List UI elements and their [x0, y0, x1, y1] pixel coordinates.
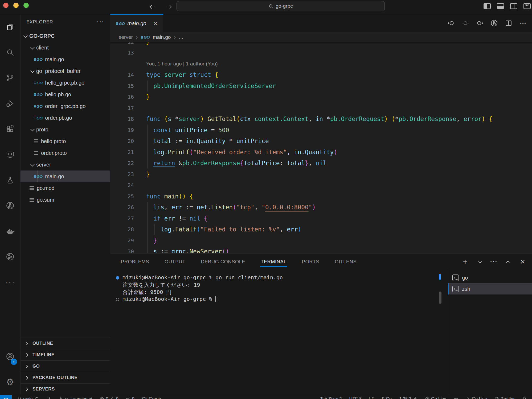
zoom-window-button[interactable]	[23, 3, 29, 8]
panel-tab-ports[interactable]: PORTS	[302, 255, 319, 269]
prettier[interactable]: Prettier	[494, 396, 515, 399]
terminal-scrollbar[interactable]	[439, 270, 448, 395]
activity-item-testing[interactable]	[0, 167, 20, 193]
tree-item-order-grpc-pb-go[interactable]: GOorder_grpc.pb.go	[21, 100, 110, 112]
encoding[interactable]: UTF-8	[349, 396, 362, 399]
tree-item-go-sum[interactable]: go.sum	[21, 194, 110, 206]
command-center-search[interactable]: go-grpc	[177, 1, 385, 11]
explorer-icon	[6, 23, 14, 31]
activity-item-more[interactable]: ···	[0, 269, 20, 295]
gitlens-knot[interactable]	[454, 397, 458, 399]
language-mode[interactable]: {} Go	[382, 396, 392, 399]
gitlens-graph-icon[interactable]	[490, 19, 498, 27]
breadcrumb-item[interactable]: server	[119, 34, 133, 40]
chevron-right-icon	[25, 365, 28, 368]
section-package-outline[interactable]: PACKAGE OUTLINE	[21, 372, 110, 383]
tree-item-proto[interactable]: proto	[21, 124, 110, 135]
activity-item-remote-explorer[interactable]	[0, 142, 20, 167]
launchpad[interactable]: Launchpad	[58, 396, 92, 399]
split-editor-icon[interactable]	[505, 19, 512, 27]
code-line: 30 s := grpc.NewServer()	[110, 246, 532, 253]
activity-item-gitlens[interactable]	[0, 193, 20, 218]
back-icon[interactable]	[148, 2, 157, 12]
panel-tab-output[interactable]: OUTPUT	[165, 255, 185, 269]
go-version[interactable]: 1.25.3	[399, 396, 418, 399]
broadcast-ports[interactable]: 0	[126, 396, 134, 399]
code-text: s := grpc.NewServer()	[134, 248, 532, 253]
breadcrumb-item[interactable]: ...	[179, 34, 183, 40]
close-panel-icon[interactable]: ×	[519, 258, 526, 265]
customize-layout-icon[interactable]	[523, 3, 531, 9]
panel-tab-problems[interactable]: PROBLEMS	[121, 255, 149, 269]
terminal-instance-zsh[interactable]: ›_zsh	[448, 283, 532, 294]
tree-item-order-pb-go[interactable]: GOorder.pb.go	[21, 112, 110, 124]
line-number: 22	[110, 160, 134, 166]
section-outline[interactable]: OUTLINE	[21, 338, 110, 349]
go-live-play[interactable]: Go Live	[466, 396, 487, 399]
activity-item-explorer[interactable]	[0, 14, 20, 40]
code-text: log.Printf("Received order: %d items", i…	[134, 149, 532, 156]
activity-item-settings[interactable]: ⚙	[0, 369, 20, 395]
remote-indicator[interactable]: ><	[0, 395, 12, 399]
gitlens-open-changes-icon[interactable]	[462, 19, 469, 27]
new-terminal-icon[interactable]: +	[462, 258, 469, 265]
section-go[interactable]: GO	[21, 360, 110, 372]
more-icon[interactable]: ···	[490, 258, 497, 265]
code-editor[interactable]: 12}13You, 1 hour ago | 1 author (You)14t…	[110, 42, 532, 253]
toggle-panel-icon[interactable]	[497, 3, 504, 9]
tab-main-go[interactable]: GO main.go ×	[110, 14, 163, 32]
close-window-button[interactable]	[3, 3, 9, 8]
forward-icon[interactable]	[165, 2, 174, 12]
notifications[interactable]	[522, 397, 527, 399]
tree-item-main-go[interactable]: GOmain.go	[21, 171, 110, 182]
explorer-sidebar: EXPLORER ··· GO-GRPCclientGOmain.gogo_pr…	[20, 14, 110, 395]
terminal-icon: ›_	[452, 286, 459, 292]
tree-item-client[interactable]: client	[21, 42, 110, 53]
maximize-panel-icon[interactable]	[505, 258, 512, 265]
tree-item-hello-grpc-pb-go[interactable]: GOhello_grpc.pb.go	[21, 77, 110, 89]
tab-size[interactable]: Tab Size: 2	[320, 396, 342, 399]
tree-item-hello-proto[interactable]: hello.proto	[21, 135, 110, 147]
tree-item-hello-pb-go[interactable]: GOhello.pb.go	[21, 89, 110, 100]
go-live-broadcast[interactable]: Go Live	[425, 396, 446, 399]
more-actions-icon[interactable]: ···	[97, 19, 104, 26]
terminal-output[interactable]: mizuki@MacBook-Air go-grpc % go run clie…	[110, 270, 439, 395]
tree-item-go-protocol-buffer[interactable]: go_protocol_buffer	[21, 65, 110, 77]
git-graph[interactable]: Git Graph	[142, 396, 161, 399]
more-actions-icon[interactable]: ⋯	[519, 19, 527, 27]
minimize-window-button[interactable]	[13, 3, 19, 8]
panel-tab-gitlens[interactable]: GITLENS	[335, 255, 357, 269]
gitlens-next-change-icon[interactable]	[476, 19, 484, 27]
problems[interactable]: 00	[100, 396, 118, 399]
activity-item-docker[interactable]	[0, 218, 20, 244]
activity-item-extensions[interactable]	[0, 116, 20, 142]
panel-tab-debug-console[interactable]: DEBUG CONSOLE	[201, 255, 245, 269]
breadcrumb-item[interactable]: main.go	[153, 34, 171, 40]
terminal-instance-go[interactable]: ›_go	[448, 272, 532, 283]
scrollbar-thumb[interactable]	[439, 292, 441, 304]
eol[interactable]: LF	[369, 396, 374, 399]
activity-item-accounts[interactable]: 1	[0, 344, 20, 369]
commit-graph[interactable]	[46, 397, 51, 399]
tree-item-go-grpc[interactable]: GO-GRPC	[21, 30, 110, 42]
indent-guide	[147, 136, 148, 147]
gitlens-prev-change-icon[interactable]	[447, 19, 455, 27]
git-branch[interactable]: main	[17, 396, 39, 399]
activity-bar: ··· 1⚙	[0, 14, 20, 395]
activity-item-run-debug[interactable]	[0, 91, 20, 116]
tree-item-main-go[interactable]: GOmain.go	[21, 53, 110, 65]
toggle-secondary-sidebar-icon[interactable]	[510, 3, 517, 9]
activity-item-search[interactable]	[0, 40, 20, 65]
terminal-line: 合計金額: 9500 円	[110, 289, 439, 296]
section-servers[interactable]: SERVERS	[21, 383, 110, 395]
panel-tab-terminal[interactable]: TERMINAL	[261, 255, 287, 269]
close-tab-icon[interactable]: ×	[153, 20, 157, 27]
terminal-profile-dropdown-icon[interactable]	[476, 258, 483, 265]
toggle-primary-sidebar-icon[interactable]	[484, 3, 491, 9]
activity-item-git-graph[interactable]	[0, 244, 20, 269]
activity-item-source-control[interactable]	[0, 65, 20, 91]
tree-item-server[interactable]: server	[21, 159, 110, 171]
section-timeline[interactable]: TIMELINE	[21, 349, 110, 360]
tree-item-go-mod[interactable]: go.mod	[21, 182, 110, 194]
tree-item-order-proto[interactable]: order.proto	[21, 147, 110, 159]
